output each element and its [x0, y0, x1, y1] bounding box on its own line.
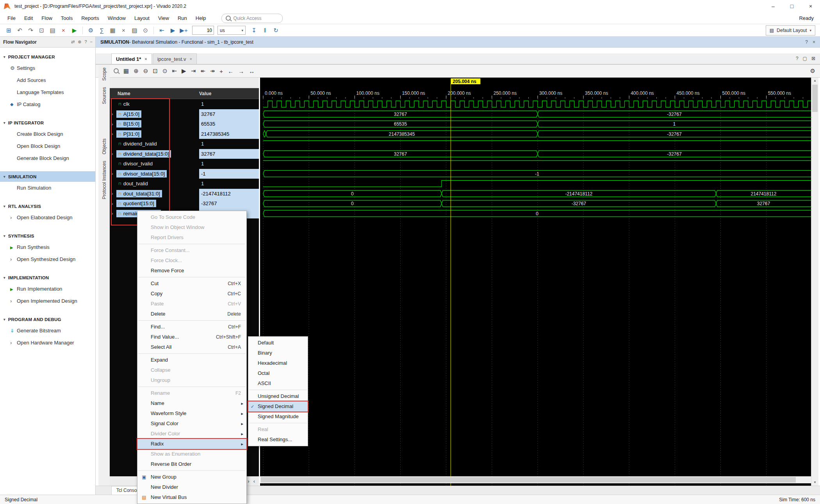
- close-tab-icon[interactable]: ×: [144, 57, 147, 61]
- context-menu-item[interactable]: Name ▸: [137, 398, 246, 408]
- flow-nav-section-header[interactable]: ▾ PROGRAM AND DEBUG: [0, 314, 95, 325]
- side-tab[interactable]: Objects: [102, 138, 107, 154]
- signal-row[interactable]: › ⊓ dividend_tvalid 1: [110, 139, 259, 149]
- flow-nav-item[interactable]: Settings: [0, 62, 95, 74]
- side-tab[interactable]: Sources: [102, 87, 107, 104]
- value-column-header[interactable]: Value: [199, 91, 211, 96]
- context-menu-item[interactable]: Rename F2 ▸: [137, 388, 246, 398]
- context-menu-item[interactable]: Reverse Bit Order ▸: [137, 459, 246, 469]
- vertical-scrollbar[interactable]: ▲ ▼: [811, 78, 818, 486]
- document-tab[interactable]: Untitled 1* ×: [111, 53, 152, 64]
- add-icon[interactable]: ⊕: [78, 39, 81, 44]
- redo-icon[interactable]: ↷: [26, 27, 36, 34]
- signal-row[interactable]: › ⊓ P[31:0] 2147385345: [110, 129, 259, 139]
- signal-name-chip[interactable]: ⊓ dout_tvalid: [116, 180, 150, 187]
- waveform-settings-gear-icon[interactable]: ⚙: [810, 67, 815, 75]
- signal-name-chip[interactable]: ⊓ P[31:0]: [116, 130, 141, 138]
- expand-chevron-icon[interactable]: ›: [110, 211, 116, 216]
- zoom-in-icon[interactable]: ⊕: [134, 67, 139, 75]
- context-menu-item[interactable]: New Divider ▸: [137, 482, 246, 492]
- radix-submenu-item[interactable]: ✓: [249, 390, 307, 390]
- signal-name-chip[interactable]: ⊓ dividend_tdata[15:0]: [116, 150, 171, 158]
- run-flow-icon[interactable]: ▶: [70, 27, 79, 34]
- context-menu-item[interactable]: Expand ▸: [137, 355, 246, 365]
- copy-icon[interactable]: ⊡: [37, 27, 46, 34]
- radix-submenu-item[interactable]: ✓ Real Settings...: [248, 435, 308, 445]
- menu-bar-item[interactable]: Help: [191, 15, 210, 21]
- close-button[interactable]: ×: [801, 0, 820, 12]
- signal-row[interactable]: › ⊓ dout_tvalid 1: [110, 179, 259, 189]
- context-menu-item[interactable]: Paste Ctrl+V ▸: [137, 299, 246, 309]
- grid-icon[interactable]: ▦: [108, 27, 118, 34]
- radix-submenu-item[interactable]: ✓ Unsigned Decimal: [248, 391, 308, 401]
- context-menu-item[interactable]: Select All Ctrl+A ▸: [137, 342, 246, 352]
- signal-name-chip[interactable]: ⊓ A[15:0]: [116, 110, 141, 118]
- context-menu-item[interactable]: ▸: [138, 470, 246, 471]
- zoom-to-cursor-icon[interactable]: ⊙: [162, 67, 168, 75]
- radix-submenu-item[interactable]: ✓ Hexadecimal: [248, 358, 308, 368]
- close-sim-icon[interactable]: ×: [119, 27, 128, 34]
- zoom-out-icon[interactable]: ⊖: [143, 67, 148, 75]
- edit-icon[interactable]: ▨: [130, 27, 139, 34]
- signal-name-chip[interactable]: ⊓ dout_tdata[31:0]: [116, 190, 162, 197]
- flow-nav-item[interactable]: Run Implementation: [0, 283, 95, 295]
- context-menu-item[interactable]: Go To Source Code ▸: [137, 212, 246, 222]
- flow-nav-item[interactable]: Generate Block Design: [0, 152, 95, 164]
- signal-name-chip[interactable]: ⊓ quotient[15:0]: [116, 200, 156, 207]
- radix-submenu-item[interactable]: ✓ Signed Magnitude: [248, 412, 308, 422]
- signal-row[interactable]: › ⊓ dout_tdata[31:0] -2147418112: [110, 189, 259, 199]
- menu-bar-item[interactable]: Window: [103, 15, 130, 21]
- next-transition-icon[interactable]: ↠: [210, 67, 215, 75]
- radix-submenu-item[interactable]: ✓ Real: [248, 424, 308, 435]
- delete-icon[interactable]: ×: [59, 27, 68, 34]
- search-icon[interactable]: [114, 68, 119, 75]
- menu-bar-item[interactable]: Layout: [130, 15, 154, 21]
- flow-nav-item[interactable]: Open Implemented Design: [0, 295, 95, 307]
- context-menu-item[interactable]: Find... Ctrl+F ▸: [137, 322, 246, 332]
- toolbar-icon[interactable]: [153, 27, 154, 34]
- context-menu-item[interactable]: Radix ▸: [137, 439, 246, 449]
- radix-submenu-item[interactable]: ✓ Binary: [248, 348, 308, 358]
- run-for-time-icon[interactable]: ▶+: [179, 27, 189, 34]
- menu-bar-item[interactable]: Flow: [37, 15, 56, 21]
- flow-nav-item[interactable]: Language Templates: [0, 86, 95, 98]
- context-menu-item[interactable]: Delete Delete ▸: [137, 309, 246, 319]
- flow-nav-section-header[interactable]: ▾ PROJECT MANAGER: [0, 51, 95, 62]
- flow-nav-section-header[interactable]: ▾ IP INTEGRATOR: [0, 117, 95, 128]
- menu-bar-item[interactable]: Edit: [20, 15, 37, 21]
- minimize-icon[interactable]: −: [90, 39, 93, 44]
- restart-sim-icon[interactable]: ⇤: [157, 27, 167, 34]
- flow-nav-section-header[interactable]: ▾ RTL ANALYSIS: [0, 201, 95, 211]
- flow-nav-item[interactable]: Add Sources: [0, 74, 95, 86]
- toggle-icon[interactable]: ⇄: [71, 39, 75, 44]
- menu-bar-item[interactable]: File: [3, 15, 20, 21]
- flow-nav-item[interactable]: Generate Bitstream: [0, 325, 95, 337]
- flow-nav-section-header[interactable]: ▾ SIMULATION: [0, 171, 95, 182]
- context-menu-item[interactable]: ▸: [138, 277, 246, 277]
- expand-chevron-icon[interactable]: ›: [110, 122, 116, 126]
- context-menu-item[interactable]: Collapse ▸: [137, 365, 246, 375]
- previous-marker-icon[interactable]: ←: [228, 68, 234, 75]
- flow-nav-item[interactable]: IP Catalog: [0, 98, 95, 110]
- flow-nav-section-header[interactable]: ▾ SYNTHESIS: [0, 231, 95, 241]
- run-all-icon[interactable]: ▶: [168, 27, 178, 34]
- layout-selector[interactable]: ▤ Default Layout ▾: [766, 25, 815, 35]
- scroll-up-icon[interactable]: ▲: [811, 78, 818, 84]
- close-icon[interactable]: ×: [813, 39, 815, 45]
- waveform-panel[interactable]: 0.000 ns50.000 ns100.000 ns150.000 ns200…: [260, 78, 811, 486]
- add-marker-icon[interactable]: +: [219, 68, 223, 75]
- new-window-icon[interactable]: ⊞: [4, 27, 14, 34]
- collapse-left-icon[interactable]: ‹: [253, 478, 255, 484]
- radix-submenu-item[interactable]: ✓ Default: [248, 338, 308, 348]
- toolbar-icon[interactable]: [82, 27, 83, 34]
- vertical-scrollbar-thumb[interactable]: [812, 85, 818, 112]
- paste-icon[interactable]: ▤: [48, 27, 57, 34]
- context-menu-item[interactable]: Waveform Style ▸: [137, 408, 246, 419]
- flow-nav-item[interactable]: Run Simulation: [0, 182, 95, 194]
- radix-submenu-item[interactable]: ✓ ASCII: [248, 378, 308, 389]
- signal-row[interactable]: › ⊓ quotient[15:0] -32767: [110, 199, 259, 209]
- context-menu-item[interactable]: Cut Ctrl+X ▸: [137, 279, 246, 289]
- menu-bar-item[interactable]: Reports: [77, 15, 103, 21]
- signal-name-chip[interactable]: ⊓ divisor_tdata[15:0]: [116, 170, 167, 177]
- flow-nav-section-header[interactable]: ▾ IMPLEMENTATION: [0, 272, 95, 283]
